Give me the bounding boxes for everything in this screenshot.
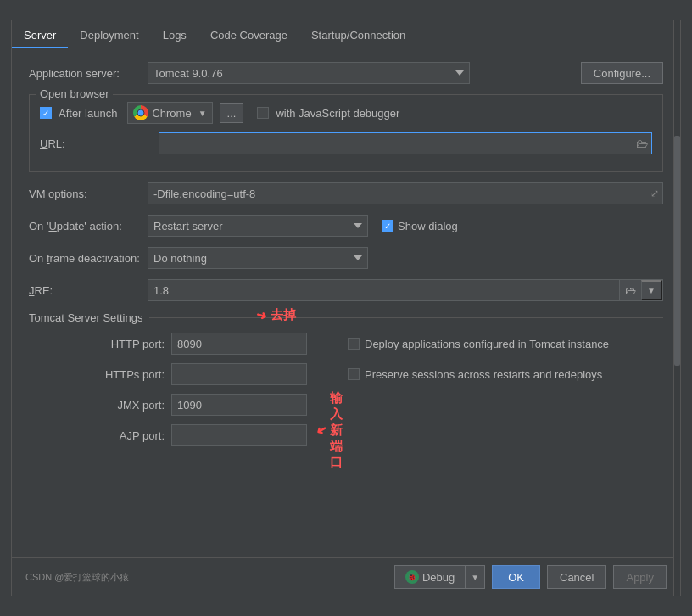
watermark: CSDN @爱打篮球的小猿 <box>25 571 129 584</box>
show-dialog-checkbox[interactable]: ✓ <box>382 220 393 232</box>
scrollbar-thumb[interactable] <box>674 136 680 366</box>
jre-label: JRE: <box>29 284 148 297</box>
jre-folder-button[interactable]: 🗁 <box>619 280 641 300</box>
browser-selector[interactable]: Chrome ▼ <box>127 102 212 124</box>
vm-label-text: M options: <box>36 188 87 200</box>
tab-code-coverage[interactable]: Code Coverage <box>198 24 299 48</box>
url-label-text: RL: <box>47 137 64 150</box>
url-underline: U <box>40 137 47 150</box>
preserve-label: Preserve sessions across restarts and re… <box>365 368 602 381</box>
vm-options-label: VM options: <box>29 188 148 200</box>
debug-arrow-button[interactable]: ▼ <box>465 566 484 588</box>
ellipsis-button[interactable]: ... <box>220 103 244 123</box>
vm-options-row: VM options: ⤢ <box>29 182 663 204</box>
tomcat-section-label: Tomcat Server Settings <box>29 311 663 324</box>
scrollbar[interactable] <box>673 20 680 596</box>
preserve-checkbox[interactable] <box>348 368 360 380</box>
url-folder-icon[interactable]: 🗁 <box>636 137 648 150</box>
tab-server[interactable]: Server <box>12 24 68 48</box>
tomcat-section: Tomcat Server Settings HTTP port: ➜ 去掉 D… <box>29 311 663 446</box>
debug-button[interactable]: 🐞 Debug <box>395 566 465 588</box>
apply-button[interactable]: Apply <box>613 565 667 589</box>
vm-input-wrap: ⤢ <box>148 182 663 204</box>
on-frame-label: On frame deactivation: <box>29 252 148 265</box>
jmx-port-input[interactable] <box>171 394 307 416</box>
after-launch-label: After launch <box>59 107 117 120</box>
on-frame-dropdown[interactable]: Do nothing <box>148 247 368 269</box>
deploy-checkbox[interactable] <box>348 338 360 350</box>
chrome-icon <box>133 105 148 120</box>
jre-input-wrap: 🗁 ▼ <box>148 279 663 301</box>
ok-button[interactable]: OK <box>492 565 540 589</box>
url-input-wrap: 🗁 <box>159 132 652 154</box>
app-server-label: Application server: <box>29 67 148 80</box>
preserve-checkbox-row: Preserve sessions across restarts and re… <box>348 368 663 381</box>
update-underline: U <box>48 220 56 232</box>
new-port-arrow: ➜ <box>312 421 329 440</box>
tab-bar: Server Deployment Logs Code Coverage Sta… <box>12 20 680 48</box>
url-row: URL: 🗁 <box>40 132 652 154</box>
url-input[interactable] <box>159 135 636 153</box>
tab-startup-connection[interactable]: Startup/Connection <box>299 24 417 48</box>
jre-row: JRE: 🗁 ▼ <box>29 279 663 301</box>
on-update-row: On 'Update' action: Restart server ✓ Sho… <box>29 215 663 237</box>
app-server-dropdown[interactable]: Tomcat 9.0.76 <box>148 62 470 84</box>
tab-logs[interactable]: Logs <box>151 24 198 48</box>
after-launch-checkbox[interactable]: ✓ <box>40 107 52 119</box>
vm-underline: V <box>29 188 36 200</box>
frame-underline: f <box>47 252 50 265</box>
js-debugger-checkbox[interactable] <box>257 107 269 119</box>
http-port-label: HTTP port: <box>29 338 165 350</box>
open-browser-legend: Open browser <box>36 87 113 100</box>
deploy-checkbox-row: Deploy applications configured in Tomcat… <box>348 338 663 350</box>
https-port-label: HTTPs port: <box>29 368 165 381</box>
ajp-port-input[interactable] <box>171 424 307 446</box>
on-update-label: On 'Update' action: <box>29 220 148 232</box>
bottom-bar: CSDN @爱打篮球的小猿 🐞 Debug ▼ OK Cancel Apply <box>12 557 680 596</box>
after-launch-row: ✓ After launch Chrome ▼ ... with JavaScr… <box>40 102 652 124</box>
main-content: Application server: Tomcat 9.0.76 Config… <box>12 48 680 557</box>
browser-dropdown-arrow[interactable]: ▼ <box>198 109 207 118</box>
show-dialog-label: Show dialog <box>398 220 458 232</box>
https-port-input[interactable] <box>171 363 307 385</box>
browser-name: Chrome <box>152 107 191 120</box>
open-browser-section: Open browser ✓ After launch Chrome ▼ ...… <box>29 94 663 172</box>
configure-button[interactable]: Configure... <box>581 62 663 84</box>
jre-arrow-button[interactable]: ▼ <box>641 280 662 300</box>
deploy-label: Deploy applications configured in Tomcat… <box>365 338 609 350</box>
on-frame-row: On frame deactivation: Do nothing <box>29 247 663 269</box>
vm-expand-icon[interactable]: ⤢ <box>650 188 659 199</box>
debug-button-wrap[interactable]: 🐞 Debug ▼ <box>394 565 485 589</box>
app-server-row: Application server: Tomcat 9.0.76 Config… <box>29 62 663 84</box>
debug-label: Debug <box>422 571 455 584</box>
http-port-input[interactable] <box>171 333 307 355</box>
on-update-dropdown[interactable]: Restart server <box>148 215 368 237</box>
jre-underline: J <box>29 284 35 297</box>
js-debugger-label: with JavaScript debugger <box>276 107 399 120</box>
url-label: URL: <box>40 137 159 150</box>
jmx-port-wrap: ➜ 输入新端口 <box>171 394 341 416</box>
ajp-port-label: AJP port: <box>29 429 165 442</box>
http-port-wrap: ➜ 去掉 <box>171 333 341 355</box>
jmx-port-label: JMX port: <box>29 399 165 412</box>
cancel-button[interactable]: Cancel <box>547 565 606 589</box>
new-port-annotation: ➜ 输入新端口 <box>315 390 343 471</box>
tab-deployment[interactable]: Deployment <box>68 24 150 48</box>
debug-bug-icon: 🐞 <box>405 570 419 584</box>
jre-input[interactable] <box>148 282 619 300</box>
vm-options-input[interactable] <box>148 185 650 203</box>
new-port-text: 输入新端口 <box>330 390 343 471</box>
tomcat-grid: HTTP port: ➜ 去掉 Deploy applications conf… <box>29 333 663 446</box>
